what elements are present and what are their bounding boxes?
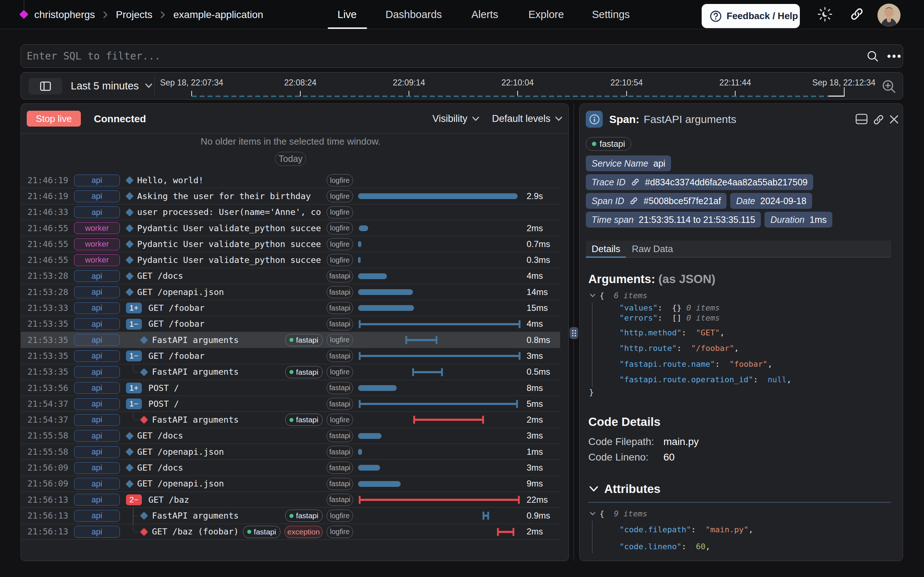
row-tag-api[interactable]: api (74, 206, 120, 218)
row-tag-api[interactable]: api (74, 366, 120, 378)
close-icon[interactable] (889, 115, 899, 124)
breadcrumb-projects[interactable]: Projects (116, 9, 152, 21)
feedback-help-button[interactable]: Feedback / Help (702, 4, 800, 28)
trace-row[interactable]: 21:46:55workerPydantic User validate_pyt… (21, 220, 560, 236)
row-tag-api[interactable]: api (74, 478, 120, 490)
default-levels-dropdown[interactable]: Default levels (492, 113, 563, 124)
detail-tab-details[interactable]: Details (586, 240, 626, 257)
nav-tab-alerts[interactable]: Alerts (472, 0, 498, 29)
share-link-icon[interactable] (849, 6, 865, 22)
meta-chip[interactable]: Trace ID#d834c3374dd6fa2e4aa82a55ab21750… (586, 174, 813, 190)
trace-row[interactable]: 21:46:55workerPydantic User validate_pyt… (21, 236, 560, 252)
dock-panel-icon[interactable] (855, 113, 868, 125)
row-tag-api[interactable]: api (74, 462, 120, 474)
row-tag-api[interactable]: api (74, 286, 120, 298)
meta-chip[interactable]: Time span21:53:35.114 to 21:53:35.115 (586, 212, 761, 227)
meta-chip[interactable]: Span ID#5008bce5f7fe21af (586, 193, 727, 209)
row-duration: 3ms (527, 428, 543, 443)
nav-tab-live[interactable]: Live (338, 0, 357, 29)
trace-row[interactable]: 21:55:58apiGET /docsfastapi3ms (21, 428, 560, 444)
row-tag-api[interactable]: api (74, 174, 120, 187)
visibility-dropdown[interactable]: Visibility (432, 113, 480, 124)
collapse-badge[interactable]: 1+ (126, 383, 142, 393)
nav-tab-dashboards[interactable]: Dashboards (386, 0, 442, 29)
trace-row[interactable]: 21:53:56api1+POST /fastapi8ms (21, 380, 560, 396)
json-line: "errors": [] 0 items (619, 312, 720, 323)
trace-row[interactable]: 21:46:19apiAsking the user for their bir… (21, 188, 560, 204)
logfire-logo[interactable] (19, 10, 28, 19)
trace-row[interactable]: 21:53:28apiGET /openapi.jsonfastapi14ms (21, 284, 560, 300)
row-tag-api[interactable]: api (74, 526, 120, 538)
row-tag-api[interactable]: api (74, 318, 120, 330)
scope-pill: fastapi (327, 302, 353, 314)
trace-row[interactable]: 21:56:09apiGET /openapi.jsonfastapi9ms (21, 476, 560, 492)
sql-filter-input[interactable]: Enter SQL to filter... (21, 44, 903, 68)
copy-link-icon[interactable] (872, 113, 885, 126)
collapse-badge[interactable]: 1− (126, 398, 142, 409)
row-tag-api[interactable]: api (74, 414, 120, 426)
trace-row[interactable]: 21:46:19apiHello, world!logfire (21, 172, 560, 188)
trace-row[interactable]: 21:56:13apiFastAPI argumentsfastapilogfi… (21, 508, 560, 524)
today-button[interactable]: Today (275, 152, 306, 166)
collapse-badge[interactable]: 1− (126, 319, 142, 330)
row-tag-api[interactable]: api (74, 350, 120, 362)
collapse-badge[interactable]: 1− (126, 351, 142, 361)
trace-row[interactable]: 21:46:55workerPydantic User validate_pyt… (21, 252, 560, 268)
trace-row[interactable]: 21:56:13apiGET /baz (foobar)fastapiexcep… (21, 524, 560, 540)
trace-row[interactable]: 21:55:58apiGET /openapi.jsonfastapi1ms (21, 444, 560, 460)
meta-chip[interactable]: Date2024-09-18 (730, 193, 812, 209)
trace-row[interactable]: 21:54:37api1−POST /fastapi5ms (21, 396, 560, 412)
row-tag-api[interactable]: api (74, 270, 120, 282)
row-message: GET /docs (137, 460, 321, 475)
breadcrumb-project[interactable]: example-application (173, 9, 263, 21)
trace-row[interactable]: 21:56:09apiGET /docsfastapi3ms (21, 460, 560, 475)
detail-tab-raw-data[interactable]: Raw Data (626, 240, 678, 257)
panel-resize-handle[interactable] (570, 327, 578, 339)
sidebar-icon (40, 82, 51, 91)
nav-tab-explore[interactable]: Explore (528, 0, 564, 29)
row-tag-api[interactable]: api (74, 334, 120, 346)
code-lineno-label: Code Lineno: (588, 451, 649, 463)
divider (155, 76, 155, 96)
meta-chip[interactable]: Duration1ms (764, 212, 832, 227)
json-collapse-chevron (590, 293, 596, 298)
timeline-label: 22:09:14 (393, 78, 425, 88)
row-tag-worker[interactable]: worker (74, 239, 120, 250)
scope-pill: fastapi (327, 430, 353, 442)
row-tag-api[interactable]: api (74, 190, 120, 202)
collapse-badge[interactable]: 2− (126, 495, 142, 505)
trace-row[interactable]: 21:53:35api1−GET /foobarfastapi3ms (21, 348, 560, 364)
row-tag-api[interactable]: api (74, 494, 120, 506)
trace-row[interactable]: 21:53:28apiGET /docsfastapi4ms (21, 268, 560, 284)
row-tag-api[interactable]: api (74, 302, 120, 314)
collapse-badge[interactable]: 1+ (126, 303, 142, 313)
span-bar (359, 355, 520, 357)
trace-row[interactable]: 21:54:37apiFastAPI argumentsfastapilogfi… (21, 412, 560, 428)
row-tag-worker[interactable]: worker (74, 254, 120, 266)
avatar[interactable] (877, 3, 901, 27)
more-options-icon[interactable] (887, 53, 901, 59)
trace-row[interactable]: 21:46:33apiuser processed: User(name='An… (21, 205, 560, 220)
row-tag-api[interactable]: api (74, 446, 120, 458)
meta-chip[interactable]: Service Nameapi (586, 155, 671, 171)
breadcrumb-org[interactable]: christophergs (34, 9, 95, 21)
trace-row[interactable]: 21:53:35apiFastAPI argumentsfastapilogfi… (21, 364, 560, 380)
theme-toggle-icon[interactable] (817, 6, 833, 23)
search-icon[interactable] (866, 50, 879, 63)
sidebar-toggle-button[interactable] (29, 78, 62, 95)
trace-row[interactable]: 21:56:13api2−GET /bazfastapi22ms (21, 492, 560, 508)
row-tag-api[interactable]: api (74, 430, 120, 442)
trace-row[interactable]: 21:53:35api1−GET /foobarfastapi4ms (21, 316, 560, 332)
zoom-in-icon[interactable] (881, 79, 897, 94)
time-range-selector[interactable]: Last 5 minutes (71, 73, 153, 99)
trace-row[interactable]: 21:53:35apiFastAPI argumentsfastapilogfi… (21, 332, 560, 348)
row-tag-api[interactable]: api (74, 398, 120, 410)
row-tag-worker[interactable]: worker (74, 222, 120, 234)
attributes-heading[interactable]: Attributes (588, 482, 661, 496)
stop-live-button[interactable]: Stop live (27, 111, 81, 127)
nav-tab-settings[interactable]: Settings (592, 0, 630, 29)
row-tag-api[interactable]: api (74, 510, 120, 522)
row-tag-api[interactable]: api (74, 382, 120, 394)
span-bar-zone (358, 524, 520, 540)
trace-row[interactable]: 21:53:33api1+GET /foobarfastapi15ms (21, 300, 560, 316)
